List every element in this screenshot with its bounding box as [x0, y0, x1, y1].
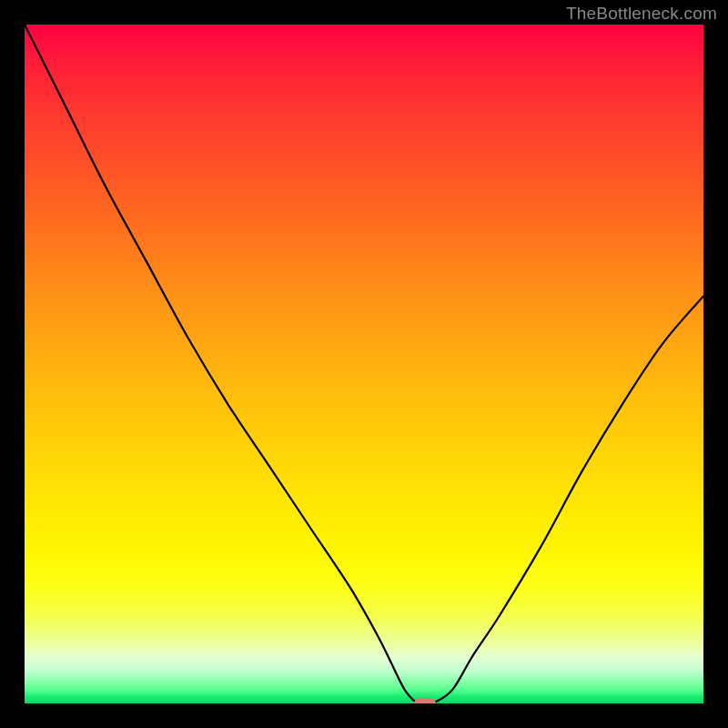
plot-area: [25, 25, 703, 703]
bottleneck-curve: [25, 25, 703, 703]
optimal-point-marker: [414, 698, 436, 703]
chart-container: TheBottleneck.com: [0, 0, 728, 728]
watermark-text: TheBottleneck.com: [566, 4, 717, 24]
